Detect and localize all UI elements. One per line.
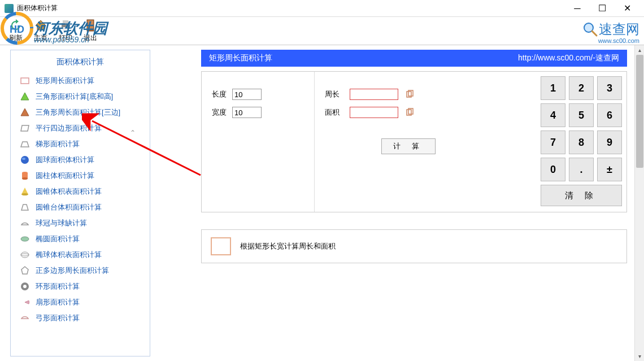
sidebar-item-polygon[interactable]: 正多边形周长面积计算 bbox=[11, 263, 150, 279]
scroll-down-icon[interactable]: ▾ bbox=[635, 351, 644, 361]
sidebar-item-label: 球冠与球缺计算 bbox=[36, 218, 87, 228]
sphere-icon bbox=[20, 155, 30, 165]
source-link[interactable]: http://www.sc00.com/-速查网 bbox=[518, 53, 619, 63]
home-button[interactable]: 主页 bbox=[34, 19, 47, 43]
rectangle-icon bbox=[20, 76, 30, 86]
key-clear[interactable]: 清 除 bbox=[541, 185, 622, 206]
sidebar-item-segment[interactable]: 弓形面积计算 bbox=[11, 310, 150, 326]
scrollbar[interactable]: ▴ ▾ bbox=[634, 45, 644, 361]
sidebar-item-triangle-bh[interactable]: 三角形面积计算[底和高] bbox=[11, 89, 150, 105]
exit-button[interactable]: 退出 bbox=[84, 19, 97, 43]
key-3[interactable]: 3 bbox=[597, 76, 622, 100]
sidebar-item-cylinder[interactable]: 圆柱体积面积计算 bbox=[11, 168, 150, 184]
key-6[interactable]: 6 bbox=[597, 103, 622, 127]
page-title: 矩形周长面积计算 bbox=[209, 53, 272, 63]
exit-label: 退出 bbox=[84, 33, 97, 43]
copy-icon[interactable] bbox=[405, 108, 414, 117]
sidebar-item-label: 扇形面积计算 bbox=[36, 297, 80, 307]
width-input[interactable] bbox=[232, 107, 262, 118]
sidebar-item-annulus[interactable]: 环形面积计算 bbox=[11, 279, 150, 294]
sidebar-item-rectangle[interactable]: 矩形周长面积计算 bbox=[11, 73, 150, 89]
maximize-button[interactable]: ☐ bbox=[590, 0, 615, 17]
key-4[interactable]: 4 bbox=[541, 103, 565, 127]
sidebar-item-ellipse[interactable]: 椭圆面积计算 bbox=[11, 231, 150, 247]
sidebar-item-label: 圆球面积体积计算 bbox=[36, 155, 94, 165]
shape-preview-icon bbox=[211, 237, 231, 255]
sidebar-item-sector[interactable]: 扇形面积计算 bbox=[11, 294, 150, 310]
exit-icon bbox=[84, 19, 97, 32]
sidebar-item-label: 正多边形周长面积计算 bbox=[36, 266, 109, 276]
sidebar-item-triangle-3side[interactable]: 三角形周长面积计算[三边] bbox=[11, 105, 150, 120]
sidebar-item-label: 平行四边形面积计算 bbox=[36, 123, 102, 133]
key-7[interactable]: 7 bbox=[541, 131, 565, 154]
sidebar-item-label: 矩形周长面积计算 bbox=[36, 76, 94, 86]
home-icon bbox=[34, 19, 47, 32]
sidebar-item-ellipsoid[interactable]: 椭球体积表面积计算 bbox=[11, 247, 150, 263]
svg-point-16 bbox=[22, 177, 28, 180]
svg-point-17 bbox=[21, 193, 28, 195]
key-9[interactable]: 9 bbox=[597, 131, 622, 154]
window-title: 面积体积计算 bbox=[17, 3, 565, 13]
sidebar-item-parallelogram[interactable]: 平行四边形面积计算 bbox=[11, 120, 150, 136]
header-bar: 矩形周长面积计算 http://www.sc00.com/-速查网 bbox=[201, 50, 627, 67]
area-output[interactable] bbox=[350, 107, 398, 118]
sidebar-item-cone-frustum[interactable]: 圆锥台体积面积计算 bbox=[11, 199, 150, 215]
length-input[interactable] bbox=[232, 89, 262, 100]
print-label: 打印 bbox=[59, 33, 72, 43]
home-label: 主页 bbox=[34, 33, 47, 43]
triangle-icon bbox=[20, 92, 30, 102]
sidebar-chevron-icon[interactable]: ⌃ bbox=[130, 129, 136, 137]
sidebar-item-label: 弓形面积计算 bbox=[36, 313, 80, 323]
refresh-label: 刷新 bbox=[9, 33, 23, 43]
sidebar-item-sphere[interactable]: 圆球面积体积计算 bbox=[11, 152, 150, 168]
svg-point-18 bbox=[21, 237, 29, 241]
scroll-up-icon[interactable]: ▴ bbox=[635, 45, 644, 55]
key-5[interactable]: 5 bbox=[569, 103, 594, 127]
key-dot[interactable]: . bbox=[569, 158, 594, 181]
output-column: 周长 面积 计 算 bbox=[315, 72, 536, 212]
width-label: 宽度 bbox=[212, 107, 232, 118]
spherical-cap-icon bbox=[20, 218, 30, 228]
copy-icon[interactable] bbox=[405, 90, 414, 99]
perimeter-output[interactable] bbox=[350, 89, 398, 100]
calculator-box: 长度 宽度 周长 面积 计 算 bbox=[201, 71, 627, 212]
area-label: 面积 bbox=[325, 107, 343, 118]
cylinder-icon bbox=[20, 171, 30, 181]
segment-icon bbox=[20, 313, 30, 323]
key-0[interactable]: 0 bbox=[541, 158, 565, 181]
sidebar-item-label: 椭圆面积计算 bbox=[36, 234, 80, 244]
sidebar-item-label: 圆柱体积面积计算 bbox=[36, 171, 94, 181]
polygon-icon bbox=[20, 266, 30, 276]
sidebar-item-label: 圆锥体积表面积计算 bbox=[36, 186, 102, 197]
triangle-icon bbox=[20, 107, 30, 118]
description-text: 根据矩形长宽计算周长和面积 bbox=[240, 241, 336, 251]
sidebar-item-cone[interactable]: 圆锥体积表面积计算 bbox=[11, 184, 150, 199]
key-2[interactable]: 2 bbox=[569, 76, 594, 100]
sidebar-item-trapezoid[interactable]: 梯形面积计算 bbox=[11, 136, 150, 152]
description-box: 根据矩形长宽计算周长和面积 bbox=[201, 229, 627, 263]
print-button[interactable]: 打印 bbox=[59, 19, 72, 43]
refresh-button[interactable]: 刷新 bbox=[9, 19, 23, 43]
sidebar-item-spherical-cap[interactable]: 球冠与球缺计算 bbox=[11, 215, 150, 231]
minimize-button[interactable]: ─ bbox=[565, 0, 590, 17]
ellipse-icon bbox=[20, 234, 30, 244]
svg-rect-9 bbox=[88, 20, 93, 25]
close-button[interactable]: ✕ bbox=[615, 0, 639, 17]
trapezoid-icon bbox=[20, 139, 30, 149]
main-panel: 矩形周长面积计算 http://www.sc00.com/-速查网 长度 宽度 … bbox=[150, 45, 644, 361]
cone-icon bbox=[20, 186, 30, 197]
svg-rect-7 bbox=[63, 27, 68, 31]
length-label: 长度 bbox=[212, 89, 232, 99]
sidebar-item-label: 三角形周长面积计算[三边] bbox=[36, 107, 120, 118]
sidebar-item-label: 椭球体积表面积计算 bbox=[36, 250, 102, 260]
sidebar-item-label: 圆锥台体积面积计算 bbox=[36, 202, 102, 212]
key-plusminus[interactable]: ± bbox=[597, 158, 622, 181]
svg-rect-10 bbox=[88, 25, 93, 30]
sidebar-item-label: 梯形面积计算 bbox=[36, 139, 80, 149]
perimeter-label: 周长 bbox=[325, 89, 343, 99]
key-8[interactable]: 8 bbox=[569, 131, 594, 154]
calculate-button[interactable]: 计 算 bbox=[381, 138, 436, 154]
svg-point-12 bbox=[21, 156, 29, 164]
key-1[interactable]: 1 bbox=[541, 76, 565, 100]
scrollbar-thumb[interactable] bbox=[636, 55, 643, 168]
